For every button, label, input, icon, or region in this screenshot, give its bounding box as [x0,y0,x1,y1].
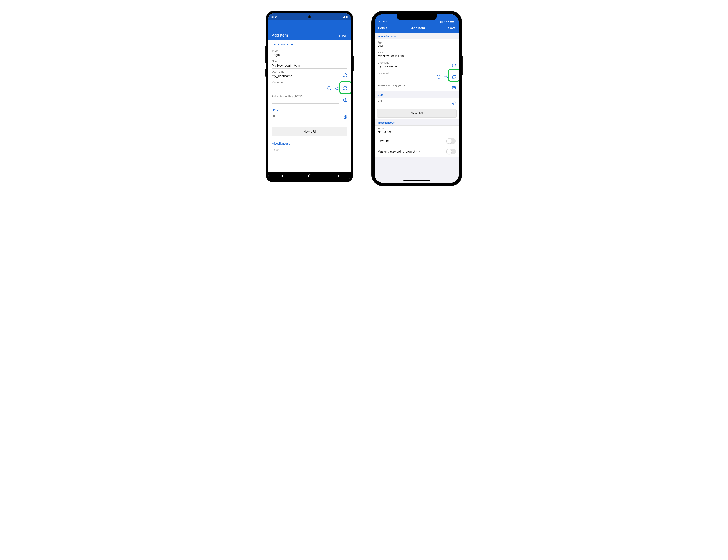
uri-settings-button[interactable] [343,114,348,120]
ios-scroll-content[interactable]: Item Information Type Login Name My New … [375,33,459,183]
name-field[interactable]: Name My New Login Item [268,58,351,69]
uri-field[interactable]: URI [375,98,459,107]
reprompt-toggle[interactable] [446,149,456,154]
android-side-button [265,69,266,77]
wifi-icon [339,16,342,18]
android-statusbar-time: 5:20 [271,15,277,18]
android-power-button [353,56,354,71]
ios-statusbar-time: 7:18 [379,20,385,23]
totp-field[interactable]: Authenticator Key (TOTP) [268,92,351,104]
username-field[interactable]: Username my_username [268,69,351,79]
uri-field[interactable]: URI [268,113,351,124]
folder-field[interactable]: Folder [268,147,351,151]
generate-username-button[interactable] [451,63,457,68]
android-app-bar: Add Item SAVE [268,20,351,40]
android-device-frame: 5:20 Add Item SAVE [266,11,353,182]
gear-icon [452,101,456,105]
favorite-toggle[interactable] [446,138,456,144]
ios-mute-switch [371,42,372,50]
eye-icon [335,86,340,90]
uri-label: URI [272,115,347,118]
generate-password-button[interactable] [451,74,457,79]
camera-icon [452,85,456,89]
password-label: Password [272,81,347,84]
section-header-uris: URIs [375,91,459,98]
svg-rect-6 [336,175,338,177]
ios-home-indicator[interactable] [403,180,430,181]
type-field[interactable]: Type Login [268,48,351,58]
totp-label: Authenticator Key (TOTP) [272,95,347,98]
uri-label: URI [378,99,456,102]
svg-point-3 [345,99,346,101]
refresh-icon [452,75,456,79]
check-password-button[interactable] [327,85,332,91]
cancel-button[interactable]: Cancel [378,26,388,30]
favorite-row[interactable]: Favorite [375,136,459,146]
username-value: my_username [272,73,293,79]
android-scroll-content[interactable]: Item Information Type Login Name My New … [268,40,351,172]
ios-volume-up-button [371,54,372,67]
check-circle-icon [436,75,441,79]
toggle-visibility-button[interactable] [335,85,340,91]
location-icon [386,20,388,23]
page-title: Add Item [411,26,425,30]
battery-icon [346,16,348,18]
new-uri-label: New URI [411,112,423,115]
new-uri-label: New URI [303,130,316,133]
type-label: Type [272,49,347,52]
save-button[interactable]: SAVE [339,34,347,38]
android-statusbar: 5:20 [268,13,351,20]
android-volume-button [265,46,266,63]
folder-label: Folder [378,127,456,130]
section-header-item-info: Item Information [375,33,459,39]
username-value: my_username [378,64,456,68]
folder-field[interactable]: Folder No Folder [375,126,459,136]
nav-recent-button[interactable] [335,174,339,178]
name-field[interactable]: Name My New Login Item [375,49,459,60]
help-icon[interactable] [416,150,420,153]
reprompt-label: Master password re-prompt [378,150,415,153]
totp-field[interactable]: Authenticator Key (TOTP) [375,82,459,91]
battery-icon [450,21,455,23]
camera-icon [343,98,348,102]
folder-label: Folder [272,148,347,151]
name-label: Name [378,51,456,54]
nav-home-button[interactable] [308,174,311,178]
svg-point-5 [308,175,311,177]
username-label: Username [272,70,347,73]
toggle-visibility-button[interactable] [444,74,449,79]
uri-settings-button[interactable] [451,100,457,106]
generate-username-button[interactable] [343,73,348,78]
username-field[interactable]: Username my_username [375,60,459,70]
scan-totp-button[interactable] [343,97,348,103]
new-uri-button[interactable]: New URI [377,109,457,118]
reprompt-row[interactable]: Master password re-prompt [375,146,459,157]
type-field[interactable]: Type Login [375,39,459,49]
new-uri-button[interactable]: New URI [272,127,347,136]
signal-icon [440,21,443,23]
svg-rect-13 [454,21,454,22]
section-header-misc: Miscellaneous [375,119,459,125]
svg-rect-10 [442,21,443,23]
scan-totp-button[interactable] [451,85,457,90]
ios-device-frame: 7:18 5G E Cancel Add Item [372,11,462,186]
android-nav-bar [268,172,351,180]
section-header-uris: URIs [268,104,351,113]
svg-point-18 [453,103,454,104]
check-password-button[interactable] [436,74,441,79]
save-button[interactable]: Save [448,26,455,30]
ios-nav-bar: Cancel Add Item Save [375,24,459,33]
svg-point-15 [446,76,447,77]
ios-volume-down-button [371,71,372,84]
svg-point-17 [453,87,454,88]
android-punch-hole-camera [308,15,311,18]
name-value: My New Login Item [272,63,300,68]
ios-notch [397,14,437,20]
password-field[interactable]: Password [268,79,351,92]
nav-back-button[interactable] [280,174,284,178]
name-label: Name [272,60,347,63]
generate-password-button[interactable] [343,85,348,91]
password-field[interactable]: Password [375,70,459,82]
section-header-misc: Miscellaneous [268,136,351,147]
name-value: My New Login Item [378,54,456,58]
